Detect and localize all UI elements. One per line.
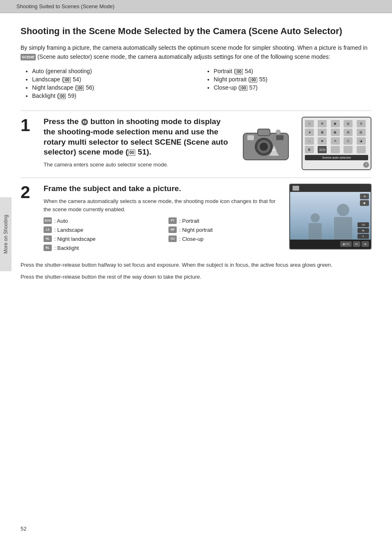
mode-list-columns: SCN : Auto LS : Landscape NL : Night lan…: [44, 217, 281, 254]
mode-night-portrait: NP : Night portrait: [168, 226, 281, 233]
top-bar: Shooting Suited to Scenes (Scene Mode): [0, 0, 392, 13]
mode-list-left: SCN : Auto LS : Landscape NL : Night lan…: [44, 217, 156, 254]
menu-cell: [331, 146, 340, 153]
menu-cell: ▤: [344, 129, 353, 136]
step1-images: ◻ ✿ ▣ ▥ ⊞ ◈ ▦ ▩ ▤ ▧ ○ ◉ ⊛ ◫: [239, 117, 371, 170]
menu-cell: ▩: [331, 129, 340, 136]
mode-landscape: LS : Landscape: [44, 226, 156, 233]
closeup-label: : Close-up: [179, 236, 203, 242]
help-icon: ?: [363, 162, 369, 168]
vf-bottom-right: 720 Mv 8: [357, 222, 369, 239]
main-content: Shooting in the Scene Mode Selected by t…: [0, 13, 392, 301]
vf-top-right-icons: ⚙ ▣: [360, 194, 369, 206]
menu-cell: ◪: [357, 137, 366, 145]
step1-divider: [21, 111, 371, 111]
bullet-closeup: Close-up (00 57): [214, 84, 371, 91]
menu-grid-row1: ◻ ✿ ▣ ▥ ⊞: [305, 120, 368, 127]
menu-cell: ▣: [331, 120, 340, 127]
vf-btn-1: ▣720: [340, 241, 352, 247]
bullet-auto: Auto (general shooting): [32, 68, 190, 74]
svg-point-10: [276, 129, 281, 134]
menu-cell: ◉: [318, 137, 327, 145]
menu-grid-row4: ◧ SCN: [305, 146, 368, 153]
vf-btn-3: 8▸: [362, 241, 369, 247]
menu-cell: ⊛: [331, 137, 340, 145]
mode-night-landscape: NL : Night landscape: [44, 235, 156, 242]
vf-icon-2: ▣: [360, 200, 369, 206]
svg-rect-11: [247, 135, 254, 140]
step1-camera-illustration: [239, 121, 297, 166]
step2-section: 2 Frame the subject and take a picture. …: [21, 184, 371, 257]
menu-cell: ◫: [344, 137, 353, 145]
vf-bottom-bar: ▣720 Mv 8▸: [290, 240, 371, 249]
page-number: 52: [21, 526, 26, 532]
menu-cell: ▥: [344, 120, 353, 127]
landscape-icon: LS: [44, 226, 52, 233]
vf-silhouette: [309, 204, 352, 240]
backlight-icon: BL: [44, 245, 52, 251]
silhouette-person-left: [309, 213, 322, 240]
menu-cell: ◻: [305, 120, 314, 127]
auto-label: : Auto: [54, 218, 68, 224]
vf-btn-2: Mv: [353, 241, 360, 247]
step1-description: The camera enters scene auto selector sc…: [44, 161, 231, 169]
vf-icon-1: ⚙: [360, 194, 369, 199]
sidebar-label: More on Shooting: [0, 197, 12, 271]
bullet-night-portrait: Night portrait (00 55): [214, 76, 371, 83]
menu-grid-row3: ○ ◉ ⊛ ◫ ◪: [305, 137, 368, 145]
sidebar-label-text: More on Shooting: [3, 215, 9, 254]
menu-cell: ▦: [318, 129, 327, 136]
bullet-col-left: Auto (general shooting) Landscape (00 54…: [25, 68, 190, 101]
menu-cell: [357, 146, 366, 153]
step2-description: When the camera automatically selects a …: [44, 197, 281, 215]
step1-section: 1 Press the button in shooting mode to d…: [21, 117, 371, 172]
svg-rect-8: [258, 129, 270, 136]
silhouette-head: [337, 204, 349, 216]
night-landscape-label: : Night landscape: [54, 236, 95, 242]
menu-cell: ▧: [357, 129, 366, 136]
landscape-label: : Landscape: [54, 227, 83, 233]
vf-body: ⚙ ▣ 720 Mv 8: [290, 192, 371, 240]
portrait-icon: PT: [168, 217, 177, 224]
night-portrait-icon: NP: [168, 226, 177, 233]
silhouette-body: [309, 223, 322, 240]
night-portrait-label: : Night portrait: [179, 227, 213, 233]
step2-divider: [21, 178, 371, 178]
camera-button-icon: [81, 118, 88, 126]
bullet-backlight: Backlight (00 59): [32, 92, 190, 99]
step1-title: Press the button in shooting mode to dis…: [44, 117, 231, 157]
bullet-night-landscape: Night landscape (00 56): [32, 84, 190, 91]
scene-selector-icon: SCENE: [154, 138, 181, 146]
mode-list-right: PT : Portrait NP : Night portrait CU : C…: [168, 217, 281, 254]
vf-top-icon: [293, 186, 299, 191]
svg-rect-12: [276, 135, 284, 140]
vf-quality: Mv: [357, 228, 369, 233]
silhouette-body: [334, 217, 352, 240]
viewfinder-illustration: ⚙ ▣ 720 Mv 8 ▣720 Mv 8▸: [289, 184, 371, 249]
silhouette-person-right: [334, 204, 352, 240]
mode-auto: SCN : Auto: [44, 217, 156, 224]
bullet-col-right: Portrait (00 54) Night portrait (00 55) …: [206, 68, 371, 101]
page-title: Shooting in the Scene Mode Selected by t…: [21, 25, 371, 37]
step2-number: 2: [21, 184, 35, 201]
backlight-label: : Backlight: [54, 245, 79, 251]
step1-menu-screen: ◻ ✿ ▣ ▥ ⊞ ◈ ▦ ▩ ▤ ▧ ○ ◉ ⊛ ◫: [302, 117, 371, 170]
intro-text1: By simply framing a picture, the camera …: [21, 44, 367, 51]
menu-cell: [344, 146, 353, 153]
step2-title: Frame the subject and take a picture.: [44, 184, 281, 194]
intro-text2: (Scene auto selector) scene mode, the ca…: [37, 53, 330, 60]
menu-cell: ◧: [305, 146, 314, 153]
mode-backlight: BL : Backlight: [44, 245, 156, 251]
step2-content: Frame the subject and take a picture. Wh…: [44, 184, 281, 257]
press-desc-2: Press the shutter-release button the res…: [21, 273, 371, 282]
bullet-columns: Auto (general shooting) Landscape (00 54…: [21, 68, 371, 101]
menu-cell: ◈: [305, 129, 314, 136]
svg-point-2: [84, 121, 85, 123]
vf-count: 8: [357, 234, 369, 239]
menu-label: Scene auto selector: [305, 155, 368, 160]
night-landscape-icon: NL: [44, 235, 52, 242]
step1-number: 1: [21, 117, 35, 134]
vf-top-bar: [290, 185, 371, 192]
camera-svg: [241, 123, 295, 164]
intro-paragraph: By simply framing a picture, the camera …: [21, 43, 371, 62]
